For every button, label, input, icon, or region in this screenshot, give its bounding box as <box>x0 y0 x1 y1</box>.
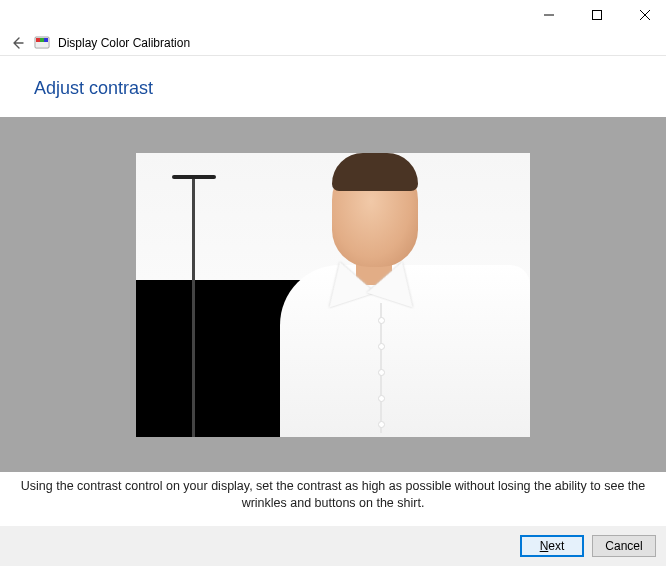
contrast-sample-image <box>136 153 530 437</box>
svg-rect-6 <box>40 38 44 42</box>
instruction-text: Using the contrast control on your displ… <box>0 472 666 512</box>
window-title: Display Color Calibration <box>58 36 190 50</box>
svg-rect-5 <box>36 38 40 42</box>
next-label-rest: ext <box>548 539 564 553</box>
next-button[interactable]: Next <box>520 535 584 557</box>
minimize-button[interactable] <box>534 1 564 29</box>
header-bar: Display Color Calibration <box>0 30 666 56</box>
svg-rect-1 <box>593 11 602 20</box>
heading-area: Adjust contrast <box>0 56 666 117</box>
page-title: Adjust contrast <box>34 78 666 99</box>
maximize-button[interactable] <box>582 1 612 29</box>
cancel-label: Cancel <box>605 539 642 553</box>
app-icon <box>34 35 50 51</box>
window-controls <box>0 0 666 30</box>
calibration-image-panel <box>0 117 666 472</box>
cancel-button[interactable]: Cancel <box>592 535 656 557</box>
svg-rect-8 <box>36 42 48 47</box>
back-button[interactable] <box>8 34 26 52</box>
close-button[interactable] <box>630 1 660 29</box>
wizard-footer: Next Cancel <box>0 526 666 566</box>
svg-rect-7 <box>44 38 48 42</box>
